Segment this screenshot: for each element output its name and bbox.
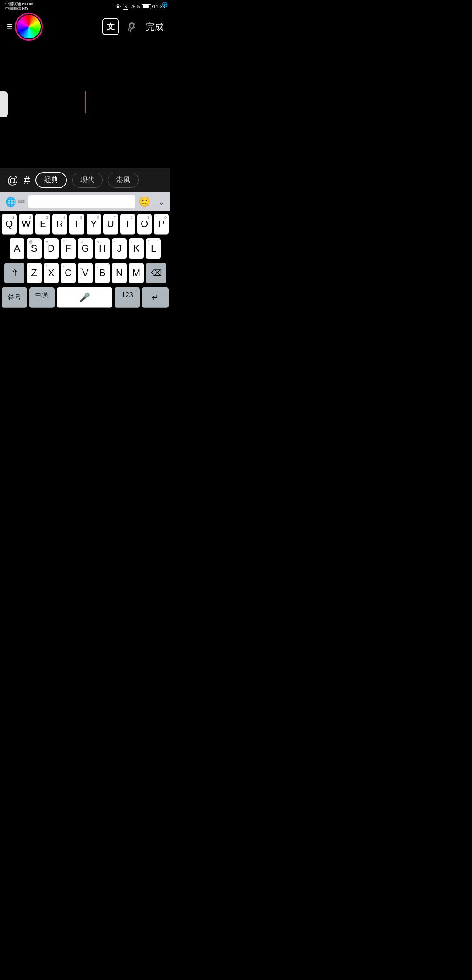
key-d[interactable]: # D — [44, 238, 59, 259]
key-t[interactable]: 5 T — [69, 214, 84, 234]
key-k[interactable]: ( K — [129, 238, 144, 259]
key-e[interactable]: 3 E — [35, 214, 50, 234]
text-format-button[interactable]: 文 — [102, 18, 119, 35]
nfc-icon: N — [123, 4, 128, 10]
key-z[interactable]: ' Z — [27, 263, 42, 283]
number-label: 123 — [121, 291, 133, 299]
key-j[interactable]: * J — [112, 238, 127, 259]
toolbar-icons: 文 完成 — [102, 18, 163, 35]
menu-icon[interactable]: ≡ — [7, 22, 13, 31]
keyboard-toolbar-left: 🌐 ⌨ — [5, 197, 25, 207]
keyboard-row-3: ⇧ ' Z / X - C _ V : B ; N M ⌫ — [2, 263, 169, 283]
backspace-key[interactable]: ⌫ — [146, 263, 166, 283]
key-h[interactable]: & H — [95, 238, 110, 259]
font-style-hk[interactable]: 港風 — [108, 173, 139, 188]
key-l[interactable]: ) L — [146, 238, 161, 259]
toolbar-left: ≡ — [7, 15, 41, 38]
key-s[interactable]: @ S — [27, 238, 42, 259]
return-key[interactable]: ↵ — [142, 287, 169, 307]
status-right: 👁 N 76% 11:30 — [115, 3, 165, 10]
keyboard-row-4: 符号 🌐 中/英 , 🎤 ? 123 . ↵ — [2, 287, 169, 307]
return-icon: ↵ — [152, 292, 159, 303]
key-w[interactable]: 2 W — [19, 214, 34, 234]
status-bar: 中国联通 HD 46 中国电信 HD 👁 N 76% 11:30 — [0, 0, 170, 12]
key-r[interactable]: 4 R — [52, 214, 67, 234]
key-p[interactable]: 0 P — [154, 214, 169, 234]
key-n[interactable]: ; N — [112, 263, 127, 283]
key-b[interactable]: : B — [95, 263, 110, 283]
font-style-modern[interactable]: 现代 — [72, 173, 103, 188]
keyboard-row-1: 1 Q 2 W 3 E 4 R 5 T 6 Y 7 U 8 I — [2, 214, 169, 234]
canvas-area[interactable] — [0, 41, 170, 168]
text-cursor — [85, 91, 86, 113]
key-c[interactable]: - C — [61, 263, 76, 283]
eye-icon: 👁 — [115, 3, 121, 10]
key-i[interactable]: 8 I — [120, 214, 135, 234]
globe-icon[interactable]: 🌐 — [5, 197, 16, 207]
battery-icon — [142, 4, 151, 9]
keyboard-row-2: ~ A @ S # D $ F % G & H * J ( K — [2, 238, 169, 259]
key-o[interactable]: 9 O — [137, 214, 152, 234]
keyboard-rows: 1 Q 2 W 3 E 4 R 5 T 6 Y 7 U 8 I — [0, 211, 170, 313]
symbol-label: 符号 — [8, 293, 21, 302]
number-key[interactable]: ? 123 . — [115, 287, 140, 307]
key-y[interactable]: 6 Y — [87, 214, 101, 234]
key-u[interactable]: 7 U — [103, 214, 118, 234]
divider — [154, 197, 154, 207]
voice-button[interactable] — [126, 20, 139, 33]
keyboard-hide-button[interactable]: ⌄ — [158, 197, 165, 207]
symbol-key[interactable]: 符号 — [2, 287, 27, 307]
voice-icon-svg — [126, 20, 139, 33]
chinese-english-key[interactable]: 🌐 中/英 , — [29, 287, 55, 307]
backspace-icon: ⌫ — [151, 268, 162, 278]
space-key[interactable]: 🎤 — [57, 287, 112, 307]
toolbar: ≡ 文 完成 — [0, 12, 170, 41]
font-style-classic[interactable]: 经典 — [35, 172, 67, 188]
left-handle — [0, 91, 8, 117]
at-symbol[interactable]: @ — [7, 173, 18, 187]
shift-icon: ⇧ — [11, 268, 18, 278]
keyboard-input-area[interactable] — [28, 195, 135, 208]
font-style-bar: @ # 经典 现代 港風 — [0, 168, 170, 192]
shift-key[interactable]: ⇧ — [4, 263, 24, 283]
color-wheel-button[interactable] — [17, 15, 41, 38]
key-q[interactable]: 1 Q — [2, 214, 17, 234]
color-wheel-inner — [23, 21, 35, 33]
battery-percent: 76% — [130, 4, 140, 9]
done-button[interactable]: 完成 — [146, 21, 163, 33]
emoji-icon[interactable]: 🙂 — [139, 196, 150, 207]
keyboard-icon: ⌨ — [18, 199, 25, 204]
chinese-english-label: 中/英 — [35, 291, 49, 299]
key-m[interactable]: M — [129, 263, 144, 283]
text-format-label: 文 — [107, 21, 115, 32]
keyboard-toolbar: 🌐 ⌨ 🙂 ⌄ — [0, 192, 170, 211]
carrier-info: 中国联通 HD 46 中国电信 HD — [5, 2, 33, 11]
key-f[interactable]: $ F — [61, 238, 76, 259]
hash-symbol[interactable]: # — [24, 173, 30, 187]
key-v[interactable]: _ V — [78, 263, 93, 283]
key-a[interactable]: ~ A — [10, 238, 24, 259]
key-x[interactable]: / X — [44, 263, 59, 283]
key-g[interactable]: % G — [78, 238, 93, 259]
microphone-icon: 🎤 — [79, 292, 90, 303]
